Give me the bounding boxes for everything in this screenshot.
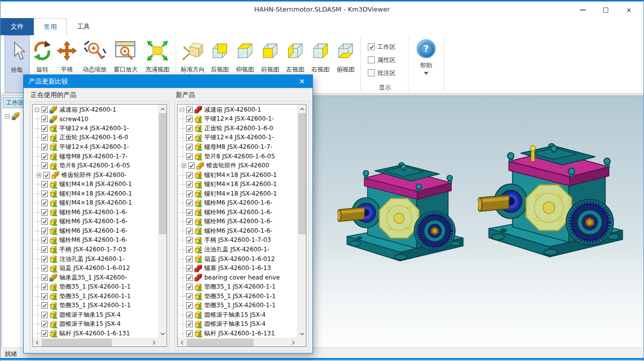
item-checkbox[interactable] xyxy=(186,265,193,272)
annotations-checkbox[interactable] xyxy=(368,69,375,76)
tree-item[interactable]: 螺栓M6 JSX-42600-1-6- xyxy=(33,236,157,245)
scroll-up-icon[interactable] xyxy=(158,105,167,113)
tree-item[interactable]: 圆锥滚子轴承15 JSX-4 xyxy=(178,320,297,329)
item-checkbox[interactable] xyxy=(186,181,193,188)
vertical-scrollbar[interactable] xyxy=(158,105,167,338)
tab-home[interactable]: 常用 xyxy=(34,18,67,35)
item-checkbox[interactable] xyxy=(41,191,48,197)
item-checkbox[interactable] xyxy=(186,330,193,337)
item-checkbox[interactable] xyxy=(41,200,48,206)
tree-item[interactable]: +锥齿轮部件 JSX-42600- xyxy=(33,170,157,180)
item-checkbox[interactable] xyxy=(41,134,48,141)
tree-item[interactable]: 螺塞 JSX-42600-1-6-13 xyxy=(178,263,297,273)
tree-item[interactable]: 螺栓M6 JSX-42600-1-6- xyxy=(178,226,297,236)
scroll-right-icon[interactable] xyxy=(289,338,297,347)
tree-item[interactable]: 螺母M8 JSX-42600-1-7- xyxy=(178,142,297,152)
item-checkbox[interactable] xyxy=(41,321,48,327)
item-checkbox[interactable] xyxy=(186,321,193,327)
tree-item[interactable]: 垫圈35_1 JSX-42600-1-1 xyxy=(33,292,157,301)
tree-item[interactable]: +锥齿轮部件 JSX-42600 xyxy=(178,161,297,170)
tree-item[interactable]: 圆锥滚子轴承15 JSX-4 xyxy=(33,310,157,320)
tree-item[interactable]: 箱盖 JSX-42600-1-6-012 xyxy=(178,254,297,264)
item-checkbox[interactable] xyxy=(186,125,193,132)
item-checkbox[interactable] xyxy=(41,293,48,300)
tree-item[interactable]: 螺钉M4×18 JSX-42600-1 xyxy=(33,179,157,189)
tab-file[interactable]: 文件 xyxy=(1,18,34,35)
item-checkbox[interactable] xyxy=(186,116,193,122)
gearbox-model-right[interactable] xyxy=(477,144,622,257)
tree-item[interactable]: 轴承盖35_1 JSX-42600- xyxy=(33,273,157,283)
3d-viewport[interactable] xyxy=(312,96,643,348)
scrollbar-thumb[interactable] xyxy=(187,339,254,346)
properties-checkbox[interactable] xyxy=(368,56,375,63)
item-checkbox[interactable] xyxy=(41,275,48,281)
help-dropdown-arrow-icon[interactable] xyxy=(424,72,429,75)
item-checkbox[interactable] xyxy=(41,330,48,337)
annotations-checkbox-row[interactable]: 批注区 xyxy=(368,66,402,79)
item-checkbox[interactable] xyxy=(41,218,48,225)
tree-item[interactable]: 正齿轮 JSX-42600-1-6-0 xyxy=(178,124,297,133)
tree-item[interactable]: 手柄 JSX-42600-1-7-03 xyxy=(33,245,157,254)
tree-item[interactable]: 平键12×4 JSX-42600-1- xyxy=(33,124,157,133)
item-checkbox[interactable] xyxy=(41,181,48,188)
tree-item[interactable]: 注油孔盖 JSX-42600-1- xyxy=(178,245,297,254)
current-product-tree[interactable]: −减速箱 JSX-42600-1screw410平键12×4 JSX-42600… xyxy=(32,104,167,347)
vertical-scrollbar[interactable] xyxy=(297,105,306,338)
tree-item[interactable]: 螺母M8 JSX-42600-1-7- xyxy=(33,152,157,161)
item-checkbox[interactable] xyxy=(41,153,48,160)
item-checkbox[interactable] xyxy=(41,284,48,290)
tree-item[interactable]: 螺栓M6 JSX-42600-1-6- xyxy=(33,217,157,227)
tree-item[interactable]: 螺栓M6 JSX-42600-1-6- xyxy=(178,208,297,217)
tree-item[interactable]: 垫圈35_1 JSX-42600-1-1 xyxy=(33,301,157,310)
item-checkbox[interactable] xyxy=(186,256,193,262)
tree-item[interactable]: 平键12×4 JSX-42600-1- xyxy=(178,133,297,143)
scrollbar-thumb[interactable] xyxy=(159,113,167,234)
item-checkbox[interactable] xyxy=(186,246,193,253)
tree-item[interactable]: 圆锥滚子轴承15 JSX-4 xyxy=(178,310,297,320)
item-checkbox[interactable] xyxy=(186,209,193,216)
item-checkbox[interactable] xyxy=(186,172,193,178)
workspace-checkbox-row[interactable]: 工作区 xyxy=(368,40,402,53)
item-checkbox[interactable] xyxy=(41,162,48,169)
tree-item[interactable]: 螺钉M4×18 JSX-42600-1 xyxy=(178,189,297,199)
item-checkbox[interactable] xyxy=(41,256,48,262)
scroll-down-icon[interactable] xyxy=(298,329,306,338)
tree-item[interactable]: 螺栓M6 JSX-42600-1-6- xyxy=(33,208,157,217)
tree-item[interactable]: 注油孔盖 JSX-42600-1- xyxy=(33,254,157,264)
item-checkbox[interactable] xyxy=(186,275,193,281)
scrollbar-thumb[interactable] xyxy=(298,113,306,234)
tree-item[interactable]: 垫圈35_1 JSX-42600-1-1 xyxy=(178,292,297,301)
tree-item[interactable]: −减速箱 JSX-42600-1 xyxy=(178,105,297,115)
item-checkbox[interactable] xyxy=(188,162,195,169)
tree-item[interactable]: 垫片8 JSX-42600-1-6-05 xyxy=(178,152,297,161)
tree-item[interactable]: 箱盖 JSX-42600-1-6-012 xyxy=(33,263,157,273)
horizontal-scrollbar[interactable] xyxy=(33,338,158,346)
tree-item[interactable]: 螺栓M6 JSX-42600-1-6- xyxy=(33,226,157,236)
item-checkbox[interactable] xyxy=(186,228,193,234)
item-checkbox[interactable] xyxy=(186,312,193,318)
item-checkbox[interactable] xyxy=(186,284,193,290)
item-checkbox[interactable] xyxy=(186,107,193,113)
scroll-left-icon[interactable] xyxy=(33,338,41,347)
tree-item[interactable]: 正齿轮 JSX-42600-1-6-0 xyxy=(33,133,157,143)
expand-toggle[interactable]: − xyxy=(5,114,10,119)
tree-item[interactable]: 螺钉M4×18 JSX-42600-1 xyxy=(33,198,157,208)
top-view-button[interactable]: 俯视图 xyxy=(333,35,358,93)
tab-tools[interactable]: 工具 xyxy=(67,18,100,35)
help-button[interactable]: ? 帮助 xyxy=(411,35,442,93)
scroll-right-icon[interactable] xyxy=(149,338,158,347)
tree-item[interactable]: −减速箱 JSX-42600-1 xyxy=(33,105,157,115)
tree-item[interactable]: 圆锥滚子轴承15 JSX-4 xyxy=(33,320,157,329)
scroll-down-icon[interactable] xyxy=(158,329,167,338)
item-checkbox[interactable] xyxy=(186,153,193,160)
item-checkbox[interactable] xyxy=(186,218,193,225)
item-checkbox[interactable] xyxy=(41,209,48,216)
scroll-left-icon[interactable] xyxy=(178,338,186,347)
tree-item[interactable]: 螺栓M6 JSX-42600-1-6- xyxy=(178,198,297,208)
expand-toggle[interactable]: − xyxy=(35,108,39,112)
titlebar[interactable]: HAHN-Sternmotor.SLDASM - Km3DViewer ✕ xyxy=(1,2,643,18)
item-checkbox[interactable] xyxy=(186,293,193,300)
tree-item[interactable]: 手柄 JSX-42600-1-7-03 xyxy=(178,236,297,245)
item-checkbox[interactable] xyxy=(41,125,48,132)
tree-item[interactable]: 垫圈35_1 JSX-42600-1-1 xyxy=(178,301,297,310)
